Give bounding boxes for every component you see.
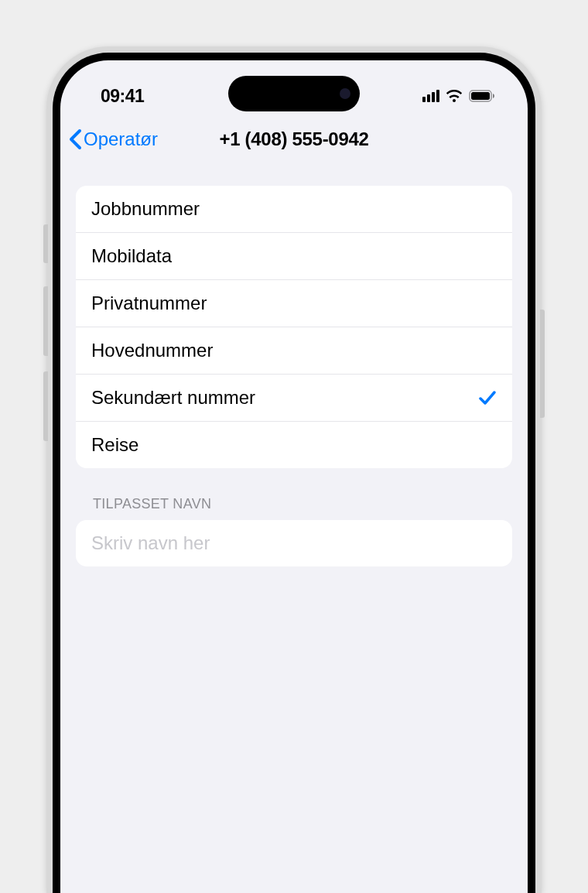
volume-down-button: [43, 371, 48, 441]
custom-name-input[interactable]: [91, 532, 497, 554]
status-time: 09:41: [101, 86, 144, 107]
power-button: [540, 310, 545, 418]
battery-icon: [469, 90, 495, 102]
cellular-signal-icon: [422, 90, 439, 102]
page-title: +1 (408) 555-0942: [219, 128, 368, 150]
label-option-reise[interactable]: Reise: [76, 422, 512, 468]
back-label: Operatør: [84, 128, 158, 150]
label-option-privatnummer[interactable]: Privatnummer: [76, 280, 512, 327]
checkmark-icon: [478, 389, 497, 406]
label-text: Sekundært nummer: [91, 387, 255, 409]
status-icons: [422, 90, 495, 102]
custom-name-group: [76, 520, 512, 566]
label-text: Reise: [91, 434, 138, 456]
label-option-hovednummer[interactable]: Hovednummer: [76, 327, 512, 375]
label-text: Mobildata: [91, 245, 172, 267]
wifi-icon: [446, 90, 463, 102]
svg-rect-1: [471, 92, 490, 100]
phone-frame: 09:41: [46, 46, 542, 893]
back-button[interactable]: Operatør: [68, 128, 158, 150]
chevron-left-icon: [68, 128, 82, 150]
label-text: Jobbnummer: [91, 198, 200, 220]
label-text: Hovednummer: [91, 340, 213, 361]
label-option-jobbnummer[interactable]: Jobbnummer: [76, 186, 512, 233]
label-text: Privatnummer: [91, 293, 207, 314]
label-option-mobildata[interactable]: Mobildata: [76, 233, 512, 280]
label-list: Jobbnummer Mobildata Privatnummer Hovedn…: [76, 186, 512, 468]
dynamic-island: [228, 76, 360, 111]
silent-switch: [43, 224, 48, 263]
screen: 09:41: [60, 60, 528, 893]
navigation-bar: Operatør +1 (408) 555-0942: [60, 115, 528, 164]
label-option-sekundaert[interactable]: Sekundært nummer: [76, 375, 512, 422]
phone-bezel: 09:41: [53, 53, 535, 893]
custom-name-header: Tilpasset navn: [76, 468, 512, 520]
content-area: Jobbnummer Mobildata Privatnummer Hovedn…: [60, 164, 528, 566]
volume-up-button: [43, 286, 48, 356]
